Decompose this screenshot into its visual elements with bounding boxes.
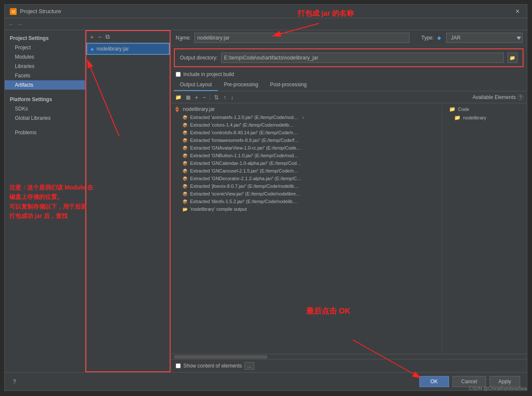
config-panel: Na̲me: Type: ◆ JAR ▼ Output directory: 📁: [171, 30, 527, 372]
remove-artifact-button[interactable]: −: [97, 33, 102, 41]
title-bar: IJ Project Structure ×: [5, 5, 527, 18]
add-from-folder-button[interactable]: 📁: [174, 94, 183, 101]
extract-icon: 📦: [182, 161, 188, 166]
tree-item[interactable]: 📦 Extracted 'animatefx-1.2.0.jar/' (E:/t…: [171, 113, 441, 121]
layout-up-button[interactable]: ↑: [222, 93, 228, 101]
jar-file-icon: 🏺: [174, 106, 180, 112]
available-elements-label: Available Elements: [472, 94, 516, 100]
folder-icon: 📁: [454, 115, 461, 121]
sidebar: Project Settings Project Modules Librari…: [5, 30, 85, 372]
name-input[interactable]: [194, 33, 410, 43]
forward-button[interactable]: →: [17, 21, 23, 28]
include-label: Include in project build: [183, 71, 234, 77]
tree-root-item[interactable]: 🏺 nodelibrary.jar: [171, 105, 441, 113]
extract-icon: 📦: [182, 115, 188, 120]
browse-button[interactable]: 📁: [507, 53, 518, 63]
copy-artifact-button[interactable]: ⧉: [104, 33, 111, 41]
tree-item[interactable]: 📦 Extracted 'tilesfx-1.5.2.jar/' (E:/tem…: [171, 198, 441, 205]
bottom-bar: Show content of elements ...: [171, 359, 527, 372]
add-artifact-button[interactable]: +: [89, 33, 95, 41]
sidebar-item-global-libraries[interactable]: Global Libraries: [5, 113, 85, 123]
title-bar-left: IJ Project Structure: [10, 8, 61, 15]
avail-folder-code[interactable]: 📁 Code: [442, 105, 527, 113]
expand-arrow: ›: [302, 115, 304, 120]
app-icon: IJ: [10, 8, 17, 15]
tabs-row: Output Layout Pre-processing Post-proces…: [171, 79, 527, 91]
tree-item[interactable]: 📦 Extracted 'scenicView.jar/' (E:/temp/C…: [171, 190, 441, 198]
extract-icon: 📦: [182, 153, 188, 158]
extract-icon: 📦: [182, 146, 188, 150]
project-structure-dialog: IJ Project Structure × ← → Project Setti…: [4, 4, 527, 391]
sidebar-item-problems[interactable]: Problems: [5, 128, 85, 137]
artifact-toolbar: + − ⧉: [86, 31, 170, 43]
extract-icon: 📦: [182, 192, 188, 196]
tree-item[interactable]: 📦 Extracted 'fontawesomefx-8.9.jar/' (E:…: [171, 136, 441, 144]
tree-item[interactable]: 📦 Extracted 'GNButton-1.1.0.jar/' (E:/te…: [171, 152, 441, 159]
layout-sort-button[interactable]: ⇅: [213, 93, 220, 101]
tree-item[interactable]: 📦 Extracted 'GNDecorator-2.1.2-alpha.jar…: [171, 175, 441, 182]
tree-item[interactable]: 📦 Extracted 'colors-1.4.jar/' (E:/temp/C…: [171, 121, 441, 129]
extract-icon: 📦: [182, 169, 188, 173]
name-type-row: Na̲me: Type: ◆ JAR ▼: [171, 30, 527, 46]
dots-button[interactable]: ...: [245, 362, 254, 370]
help-button[interactable]: ?: [11, 378, 17, 385]
sidebar-item-facets[interactable]: Facets: [5, 71, 85, 80]
tab-output-layout[interactable]: Output Layout: [174, 79, 218, 91]
credit-text: CSDN @ChinaRainbowSea: [469, 386, 527, 391]
type-icon: ◆: [437, 35, 441, 41]
layout-area: 🏺 nodelibrary.jar 📦 Extracted 'animatefx…: [171, 103, 527, 354]
output-dir-label: Output directory:: [180, 55, 218, 61]
type-label: Type:: [421, 35, 434, 41]
output-dir-input[interactable]: [221, 53, 504, 63]
layout-remove-button[interactable]: −: [201, 93, 207, 101]
show-content-label: Show content of elements: [183, 363, 242, 369]
folder-icon: 📁: [449, 106, 455, 112]
artifact-list: ◆ nodelibrary:jar: [86, 43, 170, 371]
layout-add-button[interactable]: +: [193, 93, 199, 101]
platform-settings-section: Platform Settings: [5, 95, 85, 104]
sidebar-item-sdks[interactable]: SDKs: [5, 104, 85, 113]
layout-icon-btn2[interactable]: ▦: [185, 94, 192, 101]
sidebar-item-modules[interactable]: Modules: [5, 52, 85, 62]
tab-post-processing[interactable]: Post-processing: [264, 79, 313, 91]
file-tree: 🏺 nodelibrary.jar 📦 Extracted 'animatefx…: [171, 103, 442, 354]
extract-icon: 📦: [182, 199, 188, 204]
include-row: Include in project build: [171, 70, 527, 79]
compile-icon: 📂: [182, 207, 188, 212]
tree-item[interactable]: 📦 Extracted 'GNCarousel-2.1.5.jar/' (E:/…: [171, 167, 441, 175]
tree-item[interactable]: 📦 Extracted 'jfoenix-8.0.7.jar/' (E:/tem…: [171, 182, 441, 190]
ok-button[interactable]: OK: [419, 376, 449, 387]
extract-icon: 📦: [182, 130, 188, 135]
extract-icon: 📦: [182, 123, 188, 127]
artifact-list-item[interactable]: ◆ nodelibrary:jar: [86, 43, 170, 55]
output-dir-row: Output directory: 📁: [174, 48, 523, 67]
tab-pre-processing[interactable]: Pre-processing: [218, 79, 264, 91]
toolbar-sep: [210, 94, 210, 101]
avail-folder-nodelibrary[interactable]: 📁 nodelibrary: [442, 113, 527, 122]
tree-item[interactable]: 📦 Extracted 'controlsfx-8.40.14.jar/' (E…: [171, 129, 441, 136]
sidebar-item-libraries[interactable]: Libraries: [5, 62, 85, 71]
sidebar-item-artifacts[interactable]: Artifacts: [5, 80, 85, 90]
sidebar-item-project[interactable]: Project: [5, 43, 85, 52]
scrollbar-area: [171, 354, 527, 359]
dialog-footer: ? OK Cancel Apply: [5, 372, 527, 390]
extract-icon: 📦: [182, 176, 188, 181]
name-label: Na̲me:: [176, 35, 191, 41]
type-select[interactable]: JAR: [446, 33, 523, 43]
tree-item[interactable]: 📦 Extracted 'GNCalendar-1.0-alpha.jar/' …: [171, 159, 441, 167]
tree-item[interactable]: 📂 'nodelibrary' compile output: [171, 205, 441, 213]
extract-icon: 📦: [182, 184, 188, 189]
main-content: Project Settings Project Modules Librari…: [5, 30, 527, 372]
close-button[interactable]: ×: [513, 7, 522, 16]
jar-type-icon: ◆: [91, 47, 94, 51]
tree-item[interactable]: 📦 Extracted 'GNAvatarView-1.0-rc.jar/' (…: [171, 144, 441, 152]
horizontal-scrollbar[interactable]: [174, 355, 267, 359]
project-settings-section: Project Settings: [5, 34, 85, 43]
include-checkbox[interactable]: [176, 72, 181, 77]
back-button[interactable]: ←: [8, 21, 14, 28]
show-content-checkbox[interactable]: [176, 363, 181, 368]
nav-bar: ← →: [5, 18, 527, 30]
layout-toolbar: 📁 ▦ + − ⇅ ↑ ↓ Available Elements ?: [171, 91, 527, 103]
layout-down-button[interactable]: ↓: [229, 93, 235, 101]
available-help-icon[interactable]: ?: [518, 94, 523, 100]
